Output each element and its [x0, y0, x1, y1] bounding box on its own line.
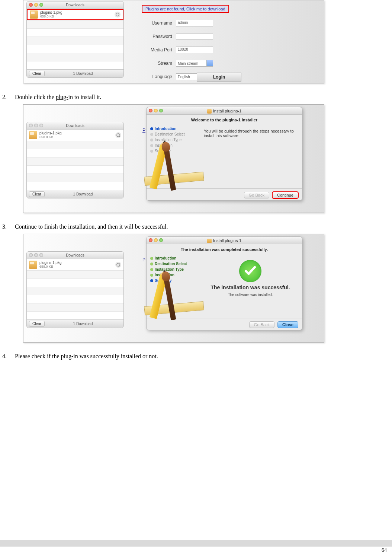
- downloads-window: Downloads plugins-1.pkg 658.0 KB Clear 1…: [26, 251, 124, 328]
- installer-content: You will be guided through the steps nec…: [199, 125, 302, 188]
- traffic-lights[interactable]: [29, 253, 43, 257]
- downloads-titlebar[interactable]: Downloads: [27, 252, 123, 259]
- page-number: 64: [382, 547, 387, 553]
- go-back-button[interactable]: Go Back: [244, 192, 269, 198]
- installer-steps: Introduction Destination Select Installa…: [147, 125, 199, 188]
- download-item[interactable]: plugins-1.pkg 658.0 KB: [27, 130, 123, 141]
- step-3-number: 3.: [2, 223, 15, 230]
- traffic-lights[interactable]: [29, 124, 43, 127]
- step-3: 3. Continue to finish the installation, …: [2, 223, 392, 230]
- step-type: Installation Type: [150, 138, 199, 142]
- password-input[interactable]: [176, 33, 213, 40]
- close-button[interactable]: Close: [277, 321, 298, 328]
- installer-body-text: You will be guided through the steps nec…: [204, 129, 297, 138]
- zoom-dot-icon[interactable]: [39, 3, 43, 7]
- clear-button[interactable]: Clear: [29, 321, 45, 327]
- stream-select[interactable]: Main stream: [176, 60, 213, 67]
- bullet-icon: [150, 262, 153, 265]
- close-dot-icon[interactable]: [29, 124, 33, 127]
- ruler-icon: [144, 301, 204, 315]
- success-subtitle: The software was installed.: [204, 293, 297, 297]
- download-item[interactable]: plugins-1.pkg 658.0 KB: [27, 9, 123, 20]
- zoom-dot-icon[interactable]: [159, 109, 163, 112]
- zoom-dot-icon[interactable]: [39, 253, 43, 257]
- step-4-number: 4.: [2, 353, 15, 360]
- downloads-footer: Clear 1 Download: [27, 69, 123, 77]
- step-destination: Destination Select: [150, 262, 199, 266]
- step-2-text: Double click the plug-in to install it.: [15, 94, 101, 101]
- brush-icon: [164, 150, 176, 191]
- step-installation: Installation: [150, 273, 199, 277]
- password-row: Password: [142, 33, 253, 40]
- download-item-size: 658.0 KB: [39, 135, 61, 139]
- figure-2: P Downloads plugins-1.pkg 658.0 KB: [23, 104, 324, 213]
- bullet-icon: [150, 150, 153, 153]
- installer-footer: Go Back Continue: [147, 188, 302, 201]
- bullet-icon: [150, 279, 153, 282]
- downloads-summary: 1 Download: [73, 322, 93, 326]
- bullet-icon: [150, 133, 153, 136]
- package-icon: [207, 109, 212, 114]
- minimize-dot-icon[interactable]: [154, 238, 158, 242]
- reveal-icon[interactable]: [115, 262, 121, 268]
- downloads-titlebar[interactable]: Downloads: [27, 122, 123, 130]
- success-check-icon: [239, 260, 261, 282]
- continue-button[interactable]: Continue: [272, 192, 298, 198]
- bullet-icon: [150, 139, 153, 141]
- bullet-icon: [150, 257, 153, 260]
- success-title: The installation was successful.: [204, 284, 297, 290]
- step-introduction: Introduction: [150, 127, 199, 131]
- clear-button[interactable]: Clear: [29, 191, 45, 197]
- installer-window: Install plugins-1 The installation was c…: [146, 236, 302, 330]
- installer-title: Install plugins-1: [213, 238, 241, 243]
- step-2: 2. Double click the plug-in to install i…: [2, 94, 392, 101]
- download-item[interactable]: plugins-1.pkg 658.0 KB: [27, 259, 123, 270]
- login-button[interactable]: Login: [197, 73, 241, 82]
- minimize-dot-icon[interactable]: [34, 3, 38, 7]
- zoom-dot-icon[interactable]: [159, 238, 163, 242]
- zoom-dot-icon[interactable]: [39, 124, 43, 127]
- traffic-lights[interactable]: [149, 238, 163, 242]
- installer-footer: Go Back Close: [147, 318, 302, 331]
- step-4-text: Please check if the plug-in was successf…: [15, 353, 158, 360]
- figure-1: 1 2 Downloads plugins-1.pkg 658.0 KB: [23, 0, 324, 83]
- username-label: Username: [142, 20, 172, 26]
- reveal-icon[interactable]: [115, 12, 121, 18]
- close-dot-icon[interactable]: [29, 253, 33, 257]
- brush-icon: [164, 279, 176, 321]
- minimize-dot-icon[interactable]: [154, 109, 158, 112]
- username-input[interactable]: admin: [176, 20, 213, 26]
- annotation-1: 1: [157, 0, 159, 1]
- plugin-download-banner[interactable]: Plugins are not found, Click me to downl…: [142, 5, 229, 13]
- bullet-icon: [150, 274, 153, 277]
- media-port-input[interactable]: 10028: [176, 47, 213, 53]
- downloads-titlebar[interactable]: Downloads: [27, 1, 123, 9]
- traffic-lights[interactable]: [29, 3, 43, 7]
- step-installation: Installation: [150, 143, 199, 147]
- downloads-footer: Clear 1 Download: [27, 319, 123, 328]
- installer-titlebar[interactable]: Install plugins-1: [147, 237, 302, 244]
- traffic-lights[interactable]: [149, 109, 163, 112]
- page-footer: 64: [0, 540, 392, 553]
- close-dot-icon[interactable]: [149, 109, 152, 112]
- download-item-name: plugins-1.pkg: [39, 261, 61, 265]
- minimize-dot-icon[interactable]: [34, 253, 38, 257]
- downloads-footer: Clear 1 Download: [27, 190, 123, 198]
- go-back-button[interactable]: Go Back: [249, 321, 274, 328]
- close-dot-icon[interactable]: [29, 3, 33, 7]
- installer-content: The installation was successful. The sof…: [199, 255, 302, 318]
- installer-heading: Welcome to the plugins-1 Installer: [147, 115, 302, 125]
- package-icon: [207, 239, 212, 243]
- downloads-summary: 1 Download: [73, 192, 93, 196]
- close-dot-icon[interactable]: [149, 238, 152, 242]
- installer-body: Introduction Destination Select Installa…: [147, 255, 302, 318]
- step-3-text: Continue to finish the installation, and…: [15, 223, 168, 230]
- reveal-icon[interactable]: [115, 132, 121, 138]
- installer-title: Install plugins-1: [213, 109, 241, 113]
- package-icon: [29, 131, 37, 139]
- bullet-icon: [150, 268, 153, 271]
- svg-line-1: [119, 16, 120, 17]
- clear-button[interactable]: Clear: [29, 71, 45, 76]
- installer-titlebar[interactable]: Install plugins-1: [147, 107, 302, 115]
- minimize-dot-icon[interactable]: [34, 124, 38, 127]
